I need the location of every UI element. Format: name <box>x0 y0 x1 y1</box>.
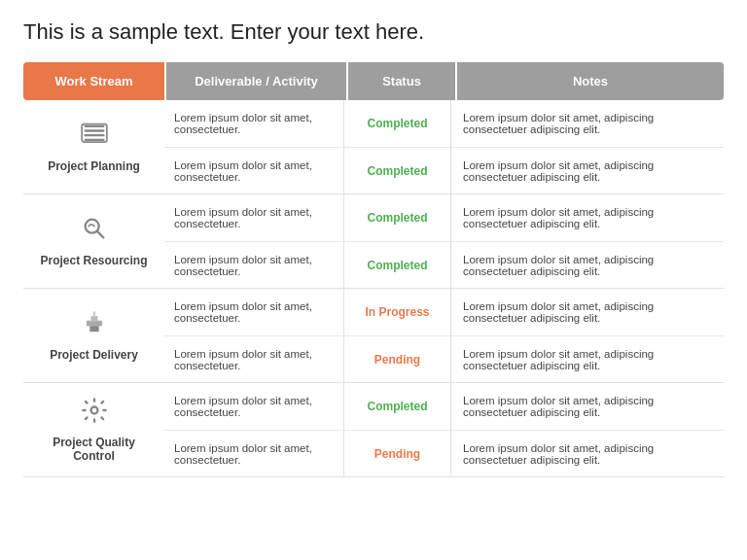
cell-status: Completed <box>344 194 451 241</box>
table-row: Lorem ipsum dolor sit amet, consectetuer… <box>164 147 724 193</box>
header-notes: Notes <box>457 62 724 100</box>
list-icon <box>81 121 108 154</box>
section-label-project-quality-control: Project Quality Control <box>31 436 157 463</box>
section-project-quality-control: Project Quality ControlLorem ipsum dolor… <box>23 383 724 477</box>
svg-rect-3 <box>84 139 104 141</box>
table-header: Work Stream Deliverable / Activity Statu… <box>23 62 724 100</box>
svg-rect-10 <box>92 311 94 317</box>
section-project-planning: Project PlanningLorem ipsum dolor sit am… <box>23 100 724 194</box>
section-icon-label-project-quality-control: Project Quality Control <box>23 383 164 476</box>
cell-deliverable: Lorem ipsum dolor sit amet, consectetuer… <box>164 383 344 430</box>
header-status: Status <box>348 62 455 100</box>
table-row: Lorem ipsum dolor sit amet, consectetuer… <box>164 289 724 335</box>
cell-notes: Lorem ipsum dolor sit amet, adipiscing c… <box>451 148 724 193</box>
cell-deliverable: Lorem ipsum dolor sit amet, consectetuer… <box>164 148 344 193</box>
search-icon <box>81 215 108 248</box>
cell-status: Completed <box>344 100 451 147</box>
section-rows-project-delivery: Lorem ipsum dolor sit amet, consectetuer… <box>164 289 724 382</box>
cell-deliverable: Lorem ipsum dolor sit amet, consectetuer… <box>164 242 344 288</box>
gear-icon <box>81 397 108 430</box>
section-rows-project-quality-control: Lorem ipsum dolor sit amet, consectetuer… <box>164 383 724 476</box>
cell-status: Completed <box>344 242 451 288</box>
svg-line-6 <box>96 231 102 237</box>
cell-notes: Lorem ipsum dolor sit amet, adipiscing c… <box>451 242 724 288</box>
cell-status: Completed <box>344 383 451 430</box>
cell-status: Pending <box>344 431 451 476</box>
cell-notes: Lorem ipsum dolor sit amet, adipiscing c… <box>451 194 724 241</box>
section-label-project-delivery: Project Delivery <box>50 348 138 362</box>
section-project-resourcing: Project ResourcingLorem ipsum dolor sit … <box>23 194 724 289</box>
section-label-project-resourcing: Project Resourcing <box>40 254 147 267</box>
gear-icon <box>81 397 108 424</box>
section-icon-label-project-resourcing: Project Resourcing <box>23 194 164 288</box>
cell-notes: Lorem ipsum dolor sit amet, adipiscing c… <box>451 431 724 476</box>
table-body: Project PlanningLorem ipsum dolor sit am… <box>23 100 724 477</box>
table-row: Lorem ipsum dolor sit amet, consectetuer… <box>164 100 724 147</box>
cell-status: Completed <box>344 148 451 193</box>
delivery-icon <box>81 309 108 342</box>
section-project-delivery: Project DeliveryLorem ipsum dolor sit am… <box>23 289 724 383</box>
cell-deliverable: Lorem ipsum dolor sit amet, consectetuer… <box>164 289 344 335</box>
cell-deliverable: Lorem ipsum dolor sit amet, consectetuer… <box>164 194 344 241</box>
delivery-icon <box>81 309 108 336</box>
section-icon-label-project-delivery: Project Delivery <box>23 289 164 382</box>
svg-rect-2 <box>84 134 104 136</box>
page-title: This is a sample text. Enter your text h… <box>23 19 724 45</box>
header-deliverable: Deliverable / Activity <box>166 62 346 100</box>
svg-rect-1 <box>84 129 104 131</box>
search-icon <box>81 215 108 242</box>
cell-deliverable: Lorem ipsum dolor sit amet, consectetuer… <box>164 100 344 147</box>
section-label-project-planning: Project Planning <box>48 159 140 173</box>
cell-notes: Lorem ipsum dolor sit amet, adipiscing c… <box>451 383 724 430</box>
table-row: Lorem ipsum dolor sit amet, consectetuer… <box>164 194 724 241</box>
cell-status: In Progress <box>344 289 451 335</box>
header-workstream: Work Stream <box>23 62 164 100</box>
table-row: Lorem ipsum dolor sit amet, consectetuer… <box>164 430 724 476</box>
section-rows-project-planning: Lorem ipsum dolor sit amet, consectetuer… <box>164 100 724 193</box>
cell-deliverable: Lorem ipsum dolor sit amet, consectetuer… <box>164 336 344 382</box>
cell-deliverable: Lorem ipsum dolor sit amet, consectetuer… <box>164 431 344 476</box>
cell-notes: Lorem ipsum dolor sit amet, adipiscing c… <box>451 336 724 382</box>
section-rows-project-resourcing: Lorem ipsum dolor sit amet, consectetuer… <box>164 194 724 288</box>
list-icon <box>81 121 108 148</box>
table-row: Lorem ipsum dolor sit amet, consectetuer… <box>164 335 724 382</box>
svg-rect-0 <box>84 125 104 127</box>
cell-notes: Lorem ipsum dolor sit amet, adipiscing c… <box>451 100 724 147</box>
table-row: Lorem ipsum dolor sit amet, consectetuer… <box>164 383 724 430</box>
cell-notes: Lorem ipsum dolor sit amet, adipiscing c… <box>451 289 724 335</box>
table-container: Work Stream Deliverable / Activity Statu… <box>23 62 724 477</box>
section-icon-label-project-planning: Project Planning <box>23 100 164 193</box>
cell-status: Pending <box>344 336 451 382</box>
svg-point-11 <box>90 407 97 414</box>
table-row: Lorem ipsum dolor sit amet, consectetuer… <box>164 241 724 288</box>
